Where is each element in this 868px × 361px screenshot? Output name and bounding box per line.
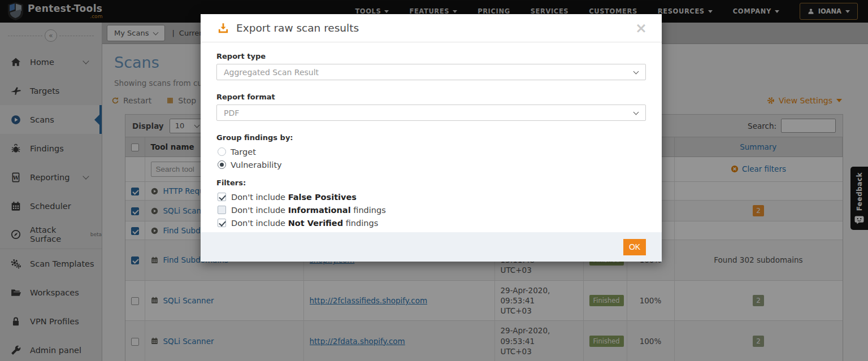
checkbox[interactable]	[218, 193, 226, 201]
ok-button[interactable]: OK	[623, 239, 646, 255]
modal-title: Export raw scan results	[236, 22, 359, 34]
chevron-down-icon	[633, 110, 639, 115]
report-type-value: Aggregated Scan Result	[224, 68, 319, 77]
modal-body: Report type Aggregated Scan Result Repor…	[201, 42, 662, 232]
filters-label: Filters:	[216, 179, 646, 187]
filter-checkbox-option[interactable]: Don't include Not Verified findings	[218, 216, 646, 229]
modal-header: Export raw scan results ×	[201, 14, 662, 42]
group-by-radio-option[interactable]: Target	[218, 145, 646, 158]
checkbox[interactable]	[218, 206, 226, 214]
filter-checkbox-option[interactable]: Don't include False Positives	[218, 190, 646, 203]
group-findings-label: Group findings by:	[216, 133, 646, 142]
filter-checkbox-option[interactable]: Don't include Informational findings	[218, 203, 646, 216]
download-icon	[218, 23, 229, 34]
app-window: Pentest-Tools .com TOOLS FEATURES PRICIN…	[0, 0, 868, 361]
report-format-value: PDF	[224, 108, 239, 118]
close-icon[interactable]: ×	[635, 21, 647, 35]
radio-button[interactable]	[218, 147, 226, 156]
modal-footer: OK	[201, 232, 662, 262]
radio-button[interactable]	[218, 160, 226, 169]
checkbox[interactable]	[218, 219, 226, 227]
export-modal: Export raw scan results × Report type Ag…	[201, 14, 662, 262]
report-type-select[interactable]: Aggregated Scan Result	[216, 64, 646, 80]
group-by-radio-option[interactable]: Vulnerability	[218, 158, 646, 171]
report-format-select[interactable]: PDF	[216, 105, 646, 121]
report-type-label: Report type	[216, 52, 646, 60]
chevron-down-icon	[633, 69, 639, 75]
report-format-label: Report format	[216, 93, 646, 101]
